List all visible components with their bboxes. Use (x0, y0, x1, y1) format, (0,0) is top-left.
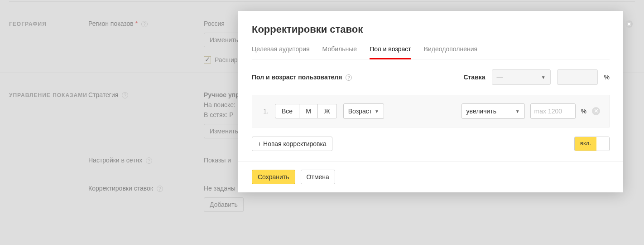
rate-input-disabled (557, 69, 598, 85)
age-label: Возраст (348, 108, 372, 115)
toggle-on-label: вкл. (575, 137, 596, 151)
add-adjustment-label: Новая корректировка (263, 140, 327, 147)
rate-select-disabled: — ▼ (492, 69, 551, 85)
help-icon[interactable]: ? (346, 74, 352, 81)
amount-input[interactable] (530, 103, 576, 119)
bid-adjustments-modal: Корректировки ставок Целевая аудитория М… (238, 11, 623, 192)
add-adjustment-button[interactable]: + Новая корректировка (252, 137, 332, 151)
rate-label: Ставка (463, 74, 485, 81)
tab-audience[interactable]: Целевая аудитория (252, 45, 310, 59)
adjustment-row: 1. Все М Ж Возраст ▼ увеличить ▼ % ✕ (252, 95, 610, 127)
seg-male[interactable]: М (299, 104, 318, 118)
tab-video[interactable]: Видеодополнения (424, 45, 477, 59)
dash-value: — (497, 74, 503, 81)
direction-value: увеличить (466, 108, 496, 115)
gender-age-header: Пол и возраст пользователя (252, 74, 342, 81)
toggle-off-space (596, 137, 609, 151)
plus-icon: + (258, 140, 263, 147)
modal-tabs: Целевая аудитория Мобильные Пол и возрас… (252, 45, 610, 59)
seg-female[interactable]: Ж (318, 104, 336, 118)
remove-row-icon[interactable]: ✕ (592, 107, 600, 115)
cancel-button[interactable]: Отмена (301, 170, 335, 184)
tab-mobile[interactable]: Мобильные (322, 45, 357, 59)
row-number: 1. (257, 108, 275, 115)
percent-sign: % (604, 74, 610, 81)
direction-select[interactable]: увеличить ▼ (461, 103, 525, 119)
gender-segment: Все М Ж (275, 104, 337, 118)
chevron-down-icon: ▼ (541, 75, 546, 80)
tab-gender-age[interactable]: Пол и возраст (370, 45, 411, 59)
chevron-down-icon: ▼ (375, 109, 379, 114)
save-button[interactable]: Сохранить (252, 170, 295, 184)
seg-all[interactable]: Все (275, 104, 299, 118)
close-icon[interactable] (625, 20, 634, 29)
percent-sign: % (581, 108, 586, 115)
age-select[interactable]: Возраст ▼ (343, 103, 384, 119)
chevron-down-icon: ▼ (515, 109, 520, 114)
enable-toggle[interactable]: вкл. (574, 137, 610, 151)
modal-title: Корректировки ставок (252, 24, 610, 35)
